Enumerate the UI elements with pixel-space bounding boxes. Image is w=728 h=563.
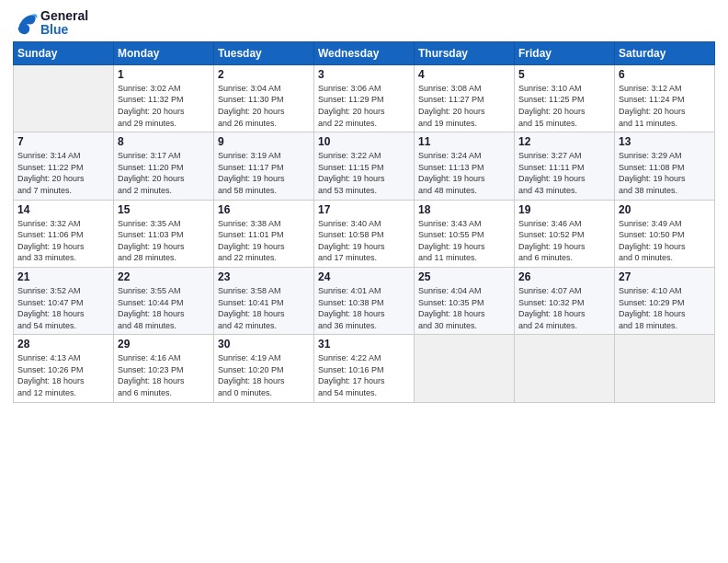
day-number: 19 [518,203,610,216]
day-number: 9 [218,135,310,148]
day-number: 1 [118,68,210,81]
calendar-cell: 9Sunrise: 3:19 AM Sunset: 11:17 PM Dayli… [214,132,314,200]
logo: General Blue [13,9,88,38]
day-info: Sunrise: 3:08 AM Sunset: 11:27 PM Daylig… [418,83,510,129]
day-number: 23 [218,270,310,283]
day-number: 12 [518,135,610,148]
day-number: 7 [17,135,109,148]
calendar-cell: 20Sunrise: 3:49 AM Sunset: 10:50 PM Dayl… [615,200,715,267]
calendar-table: SundayMondayTuesdayWednesdayThursdayFrid… [13,41,715,403]
day-number: 4 [418,68,510,81]
day-info: Sunrise: 3:43 AM Sunset: 10:55 PM Daylig… [418,218,510,264]
calendar-cell: 26Sunrise: 4:07 AM Sunset: 10:32 PM Dayl… [515,267,615,334]
logo-icon [13,10,39,36]
calendar-cell: 11Sunrise: 3:24 AM Sunset: 11:13 PM Dayl… [415,132,515,200]
calendar-header-tuesday: Tuesday [214,41,314,64]
day-info: Sunrise: 4:04 AM Sunset: 10:35 PM Daylig… [418,285,510,331]
day-info: Sunrise: 4:22 AM Sunset: 10:16 PM Daylig… [318,352,410,398]
calendar-cell [415,335,515,402]
day-number: 5 [518,68,610,81]
calendar-cell [615,335,715,402]
day-number: 18 [418,203,510,216]
calendar-cell: 17Sunrise: 3:40 AM Sunset: 10:58 PM Dayl… [314,200,415,267]
calendar-cell: 14Sunrise: 3:32 AM Sunset: 11:06 PM Dayl… [14,200,114,267]
calendar-header-wednesday: Wednesday [314,41,415,64]
calendar-cell: 13Sunrise: 3:29 AM Sunset: 11:08 PM Dayl… [615,132,715,200]
day-info: Sunrise: 3:12 AM Sunset: 11:24 PM Daylig… [619,83,711,129]
day-number: 28 [17,338,109,350]
calendar-header-row: SundayMondayTuesdayWednesdayThursdayFrid… [14,41,715,64]
calendar-cell: 3Sunrise: 3:06 AM Sunset: 11:29 PM Dayli… [314,64,415,132]
day-info: Sunrise: 4:10 AM Sunset: 10:29 PM Daylig… [619,285,711,331]
calendar-cell: 1Sunrise: 3:02 AM Sunset: 11:32 PM Dayli… [114,64,214,132]
day-number: 31 [318,338,410,350]
day-number: 8 [118,135,210,148]
day-info: Sunrise: 3:35 AM Sunset: 11:03 PM Daylig… [118,218,210,264]
day-info: Sunrise: 4:16 AM Sunset: 10:23 PM Daylig… [118,352,210,398]
day-info: Sunrise: 3:40 AM Sunset: 10:58 PM Daylig… [318,218,410,264]
day-info: Sunrise: 4:01 AM Sunset: 10:38 PM Daylig… [318,285,410,331]
day-info: Sunrise: 3:14 AM Sunset: 11:22 PM Daylig… [17,150,109,196]
header: General Blue [13,9,715,38]
day-info: Sunrise: 3:52 AM Sunset: 10:47 PM Daylig… [17,285,109,331]
logo-line1: General [40,9,88,23]
day-number: 11 [418,135,510,148]
day-info: Sunrise: 3:49 AM Sunset: 10:50 PM Daylig… [619,218,711,264]
calendar-cell: 23Sunrise: 3:58 AM Sunset: 10:41 PM Dayl… [214,267,314,334]
day-number: 3 [318,68,410,81]
calendar-cell: 30Sunrise: 4:19 AM Sunset: 10:20 PM Dayl… [214,335,314,402]
calendar-cell: 4Sunrise: 3:08 AM Sunset: 11:27 PM Dayli… [415,64,515,132]
day-number: 16 [218,203,310,216]
day-number: 15 [118,203,210,216]
day-info: Sunrise: 4:13 AM Sunset: 10:26 PM Daylig… [17,352,109,398]
calendar-cell: 24Sunrise: 4:01 AM Sunset: 10:38 PM Dayl… [314,267,415,334]
calendar-cell [14,64,114,132]
day-info: Sunrise: 4:07 AM Sunset: 10:32 PM Daylig… [518,285,610,331]
day-number: 6 [619,68,711,81]
calendar-cell: 22Sunrise: 3:55 AM Sunset: 10:44 PM Dayl… [114,267,214,334]
calendar-cell: 2Sunrise: 3:04 AM Sunset: 11:30 PM Dayli… [214,64,314,132]
day-number: 21 [17,270,109,283]
day-number: 14 [17,203,109,216]
calendar-cell [515,335,615,402]
day-info: Sunrise: 3:19 AM Sunset: 11:17 PM Daylig… [218,150,310,196]
day-info: Sunrise: 3:24 AM Sunset: 11:13 PM Daylig… [418,150,510,196]
calendar-week-row: 1Sunrise: 3:02 AM Sunset: 11:32 PM Dayli… [14,64,715,132]
day-info: Sunrise: 3:55 AM Sunset: 10:44 PM Daylig… [118,285,210,331]
day-number: 29 [118,338,210,350]
calendar-cell: 16Sunrise: 3:38 AM Sunset: 11:01 PM Dayl… [214,200,314,267]
day-number: 24 [318,270,410,283]
calendar-week-row: 21Sunrise: 3:52 AM Sunset: 10:47 PM Dayl… [14,267,715,334]
day-info: Sunrise: 3:02 AM Sunset: 11:32 PM Daylig… [118,83,210,129]
day-info: Sunrise: 3:04 AM Sunset: 11:30 PM Daylig… [218,83,310,129]
day-number: 13 [619,135,711,148]
logo-line2: Blue [40,23,88,37]
day-number: 10 [318,135,410,148]
calendar-header-sunday: Sunday [14,41,114,64]
day-info: Sunrise: 3:27 AM Sunset: 11:11 PM Daylig… [518,150,610,196]
day-number: 22 [118,270,210,283]
day-info: Sunrise: 3:06 AM Sunset: 11:29 PM Daylig… [318,83,410,129]
calendar-cell: 8Sunrise: 3:17 AM Sunset: 11:20 PM Dayli… [114,132,214,200]
day-info: Sunrise: 3:32 AM Sunset: 11:06 PM Daylig… [17,218,109,264]
day-number: 26 [518,270,610,283]
day-info: Sunrise: 3:46 AM Sunset: 10:52 PM Daylig… [518,218,610,264]
day-number: 25 [418,270,510,283]
calendar-cell: 6Sunrise: 3:12 AM Sunset: 11:24 PM Dayli… [615,64,715,132]
calendar-header-monday: Monday [114,41,214,64]
day-number: 30 [218,338,310,350]
calendar-cell: 19Sunrise: 3:46 AM Sunset: 10:52 PM Dayl… [515,200,615,267]
day-number: 27 [619,270,711,283]
day-number: 17 [318,203,410,216]
day-info: Sunrise: 3:38 AM Sunset: 11:01 PM Daylig… [218,218,310,264]
calendar-cell: 25Sunrise: 4:04 AM Sunset: 10:35 PM Dayl… [415,267,515,334]
calendar-cell: 18Sunrise: 3:43 AM Sunset: 10:55 PM Dayl… [415,200,515,267]
calendar-header-friday: Friday [515,41,615,64]
day-info: Sunrise: 3:10 AM Sunset: 11:25 PM Daylig… [518,83,610,129]
day-info: Sunrise: 4:19 AM Sunset: 10:20 PM Daylig… [218,352,310,398]
calendar-cell: 5Sunrise: 3:10 AM Sunset: 11:25 PM Dayli… [515,64,615,132]
calendar-cell: 21Sunrise: 3:52 AM Sunset: 10:47 PM Dayl… [14,267,114,334]
calendar-cell: 28Sunrise: 4:13 AM Sunset: 10:26 PM Dayl… [14,335,114,402]
calendar-cell: 12Sunrise: 3:27 AM Sunset: 11:11 PM Dayl… [515,132,615,200]
calendar-week-row: 7Sunrise: 3:14 AM Sunset: 11:22 PM Dayli… [14,132,715,200]
